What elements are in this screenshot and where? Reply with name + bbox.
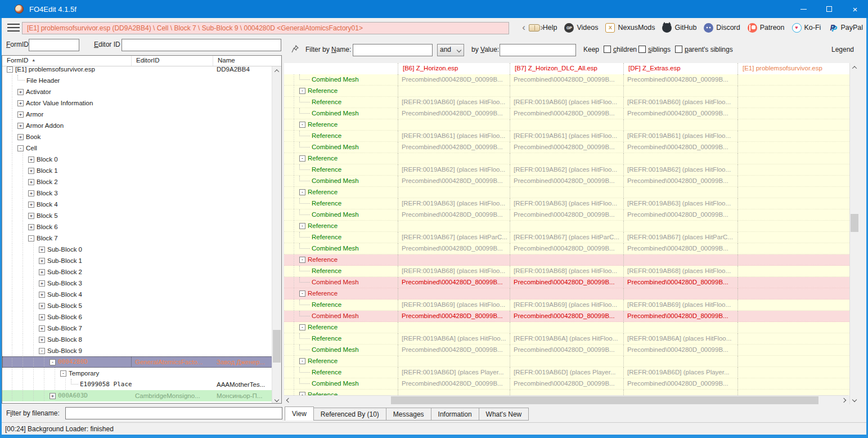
grid-row[interactable]: Combined MeshPrecombined\0004280D_00099B… (284, 74, 849, 86)
expander-plus-icon[interactable]: + (50, 393, 56, 399)
tree-row[interactable]: -0004280DGeneralAtomicsFacto...Завод Дже… (2, 356, 272, 368)
menu-hamburger-icon[interactable] (7, 24, 20, 32)
expander-minus-icon[interactable]: - (299, 88, 305, 94)
expander-plus-icon[interactable]: + (28, 168, 34, 174)
close-button[interactable]: × (842, 0, 868, 18)
scroll-left-icon[interactable] (284, 396, 293, 405)
tree-row[interactable]: +Armor (2, 109, 272, 120)
grid-row[interactable]: -Reference (284, 153, 849, 164)
tree-row[interactable]: +000A603DCambridgeMonsigno...Монсиньор-П… (2, 390, 272, 401)
checkbox-icon[interactable] (604, 46, 611, 53)
toolbar-link-discord[interactable]: Discord (704, 23, 740, 33)
toolbar-link-help[interactable]: Help (529, 24, 557, 32)
tree-row[interactable]: -Sub-Block 9 (2, 345, 272, 356)
scroll-thumb[interactable] (273, 330, 281, 363)
expander-minus-icon[interactable]: - (299, 290, 305, 297)
expander-plus-icon[interactable]: + (28, 224, 34, 230)
expander-plus-icon[interactable]: + (28, 213, 34, 219)
tree-row[interactable]: +Block 0 (2, 154, 272, 165)
expander-minus-icon[interactable]: - (50, 359, 56, 365)
tree-row[interactable]: +Sub-Block 8 (2, 334, 272, 345)
expander-plus-icon[interactable]: + (39, 292, 45, 298)
filter-operator-select[interactable]: and (437, 44, 464, 56)
expander-plus-icon[interactable]: + (17, 89, 24, 95)
grid-row[interactable]: -Reference (284, 221, 849, 232)
tree-row[interactable]: -Temporary (2, 368, 272, 379)
grid-vertical-scrollbar[interactable] (849, 63, 858, 404)
tree-row[interactable]: +Book (2, 131, 272, 142)
expander-plus-icon[interactable]: + (17, 100, 24, 106)
grid-row[interactable]: Reference[REFR:0019AB68] (places HitFloo… (284, 266, 849, 277)
breadcrumb[interactable]: [E1] problemsofsurvivor.esp (DD9A2BB4) \… (22, 22, 509, 34)
tree-row[interactable]: +Block 2 (2, 176, 272, 187)
grid-row[interactable]: Combined MeshPrecombined\0004280D_00099B… (284, 209, 849, 221)
legend-link[interactable]: Legend (831, 46, 854, 53)
tree-row[interactable]: +Actor Value Information (2, 97, 272, 109)
expander-plus-icon[interactable]: + (39, 314, 45, 320)
tab-referenced-by-10-[interactable]: Referenced By (10) (314, 408, 386, 421)
grid-row[interactable]: Combined MeshPrecombined\0004280D_00099B… (284, 243, 849, 254)
tree-row[interactable]: +Sub-Block 2 (2, 266, 272, 278)
grid-column-header[interactable]: [B6] Z_Horizon.esp (398, 63, 510, 74)
keep-children-checkbox[interactable]: children (604, 46, 637, 53)
grid-row[interactable]: Reference[REFR:0019AB60] (places HitFloo… (284, 97, 849, 108)
expander-minus-icon[interactable]: - (299, 122, 305, 128)
pin-icon[interactable] (291, 44, 300, 53)
grid-column-header[interactable]: [E1] problemsofsurvivor.esp (737, 63, 849, 74)
grid-row[interactable]: Reference[REFR:0019AB62] (places HitFloo… (284, 164, 849, 176)
keep-siblings-checkbox[interactable]: siblings (638, 46, 671, 53)
expander-plus-icon[interactable]: + (39, 247, 45, 253)
editorid-input[interactable] (122, 39, 281, 51)
toolbar-link-github[interactable]: GitHub (662, 23, 696, 33)
expander-minus-icon[interactable]: - (7, 66, 13, 73)
grid-row[interactable]: Reference[REFR:0019AB6D] (places Player.… (284, 367, 849, 378)
grid-row[interactable]: Reference[REFR:0019AB67] (places HitParC… (284, 232, 849, 243)
grid-row[interactable]: Reference[REFR:0019AB63] (places HitFloo… (284, 198, 849, 209)
grid-row[interactable]: -Reference (284, 356, 849, 367)
toolbar-link-paypal[interactable]: PayPal (828, 23, 863, 33)
expander-minus-icon[interactable]: - (299, 189, 305, 195)
expander-minus-icon[interactable]: - (28, 235, 34, 242)
expander-plus-icon[interactable]: + (39, 258, 45, 264)
grid-row[interactable]: Combined MeshPrecombined\0004280D_00099B… (284, 378, 849, 390)
expander-plus-icon[interactable]: + (17, 111, 24, 118)
tree-row[interactable]: +Sub-Block 5 (2, 300, 272, 311)
expander-minus-icon[interactable]: - (60, 370, 66, 377)
tree-row[interactable]: File Header (2, 75, 272, 86)
grid-row[interactable]: -Reference (284, 119, 849, 131)
tree-row[interactable]: -Cell (2, 142, 272, 154)
grid-row[interactable]: Reference[REFR:0019AB6A] (places HitFloo… (284, 333, 849, 345)
tree-row[interactable]: +Sub-Block 3 (2, 278, 272, 289)
expander-plus-icon[interactable]: + (28, 157, 34, 163)
scroll-thumb[interactable] (851, 214, 858, 232)
expander-minus-icon[interactable]: - (299, 358, 305, 364)
tree-vertical-scrollbar[interactable] (272, 66, 281, 404)
grid-row[interactable]: Combined MeshPrecombined\0004280D_00099B… (284, 142, 849, 153)
tree-row[interactable]: E1099058 Placed ObjectAAAMotherTes... (2, 379, 272, 390)
scroll-up-icon[interactable] (272, 66, 281, 75)
tree-row[interactable]: +Sub-Block 0 (2, 244, 272, 255)
toolbar-link-patreon[interactable]: Patreon (748, 23, 785, 33)
expander-minus-icon[interactable]: - (299, 155, 305, 162)
tab-what-s-new[interactable]: What's New (479, 408, 529, 421)
scroll-thumb[interactable] (391, 396, 818, 404)
tree-row[interactable]: +Activator (2, 86, 272, 97)
scroll-down-icon[interactable] (272, 395, 281, 404)
grid-row[interactable]: Reference[REFR:0019AB61] (places HitFloo… (284, 131, 849, 142)
toolbar-link-nexusmods[interactable]: NexusMods (605, 23, 655, 33)
grid-row[interactable]: Reference[REFR:0019AB69] (places HitFloo… (284, 300, 849, 311)
expander-plus-icon[interactable]: + (39, 269, 45, 275)
expander-minus-icon[interactable]: - (299, 223, 305, 229)
scroll-up-icon[interactable] (850, 63, 859, 72)
expander-minus-icon[interactable]: - (299, 324, 305, 330)
tree-row[interactable]: +Block 3 (2, 187, 272, 199)
expander-plus-icon[interactable]: + (39, 337, 45, 343)
toolbar-link-videos[interactable]: Videos (564, 23, 598, 33)
expander-plus-icon[interactable]: + (28, 202, 34, 208)
grid-row[interactable]: Combined MeshPrecombined\0004280D_00099B… (284, 176, 849, 187)
tree-row[interactable]: +Sub-Block 6 (2, 311, 272, 323)
grid-row[interactable]: -Reference (284, 390, 849, 395)
tree-row[interactable]: +Sub-Block 4 (2, 289, 272, 300)
expander-plus-icon[interactable]: + (39, 303, 45, 309)
formid-input[interactable] (29, 39, 79, 51)
